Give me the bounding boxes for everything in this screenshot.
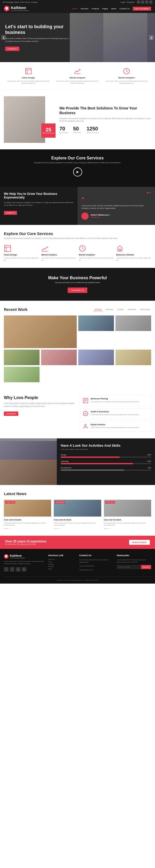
- stat-awards-label: Awards Win: [73, 132, 81, 133]
- stat-expert-skills: 70 Expert Skills: [60, 126, 68, 133]
- stat-expert-num: 70: [60, 126, 68, 132]
- footer-link-portfolio[interactable]: Portfolio: [48, 566, 75, 567]
- nav-home[interactable]: Home: [72, 7, 77, 10]
- work-item-8[interactable]: [4, 367, 40, 382]
- filter-illustration[interactable]: Illustration: [127, 308, 137, 311]
- work-item-2[interactable]: [78, 315, 114, 331]
- news-meta-3: Admin 5: [104, 528, 151, 529]
- footer-link-services[interactable]: Services: [48, 563, 75, 565]
- footer-bottom: Kathleen © 2015 All Right Reserved | Des…: [4, 580, 151, 581]
- footer-twitter-btn[interactable]: t: [10, 567, 14, 572]
- footer-logo-sub: For The Business Solution: [10, 557, 25, 559]
- dot-2[interactable]: [150, 192, 151, 193]
- skill-marketing-label: Marketing: [61, 460, 69, 462]
- nav-projects[interactable]: Projects: [92, 7, 99, 10]
- twitter-icon-top[interactable]: [141, 1, 144, 4]
- reviewer-stars: ★★★★★: [91, 216, 110, 218]
- consultation-button[interactable]: Free Consultation: [133, 7, 151, 10]
- news-author-1: Admin: [4, 528, 8, 529]
- service-business-icon: [116, 245, 123, 252]
- services-dark-subtitle: Exceptional sint occaecat cupidatat non …: [4, 162, 151, 163]
- nav-services[interactable]: Services: [81, 7, 89, 10]
- filter-webdesign[interactable]: Web Design: [139, 308, 151, 311]
- skills-image: [0, 438, 57, 485]
- footer-social-row: f t g in: [4, 567, 44, 572]
- service-clean-design: Clean Design Lorem ipsum dolor sit amet …: [4, 245, 39, 261]
- news-img-1: JUNE 2015: [4, 500, 51, 517]
- get-started-button[interactable]: Get Started: [4, 411, 18, 416]
- skill-development: Development 70%: [61, 467, 151, 471]
- topbar-address: 39 Strategy Tower, Port Street, Empire: [3, 1, 38, 3]
- svg-point-16: [84, 425, 86, 427]
- work-grid: [4, 315, 151, 382]
- copyright-text: Kathleen © 2015 All Right Reserved: [57, 580, 82, 581]
- news-meta-1: Admin 5: [4, 528, 51, 529]
- service-analytics-icon: [79, 245, 86, 252]
- request-quote-button[interactable]: Request A Quote: [129, 540, 150, 545]
- topbar-login[interactable]: Login / Register: [120, 1, 135, 3]
- footer-email: info@Kathleen.com: [79, 569, 113, 571]
- nav-news[interactable]: News: [111, 7, 116, 10]
- play-button[interactable]: ▶: [73, 167, 82, 177]
- filter-creative[interactable]: Creative: [116, 308, 125, 311]
- hero-next-arrow[interactable]: ❯: [149, 35, 154, 40]
- footer-about-text: Lorem ipsum dolor sit amet consectetur a…: [4, 560, 44, 565]
- skill-marketing-pct: 80%: [148, 460, 151, 462]
- why-love-desc: Lorem ipsum dolor sit amet consectetur a…: [4, 402, 75, 408]
- market-analytics-icon: [123, 67, 130, 75]
- footer-facebook-btn[interactable]: f: [4, 567, 8, 572]
- cta-subtitle: we will ensure you always get the best.: [5, 543, 46, 545]
- logo-name: Kathleen: [11, 6, 26, 10]
- recent-work-section: Recent Work All Work Branding Creative I…: [0, 301, 155, 389]
- why-item-audit-desc: Lorem ipsum dolor sit amet consectetur a…: [91, 413, 139, 415]
- footer-link-about[interactable]: About Us: [48, 559, 75, 560]
- newsletter-email-input[interactable]: [117, 565, 141, 569]
- footer-link-blog[interactable]: Blog: [48, 568, 75, 569]
- hero-prev-arrow[interactable]: ❮: [1, 35, 6, 40]
- grow-contact-button[interactable]: Contact Us: [4, 211, 17, 215]
- filter-all[interactable]: All Work: [94, 308, 103, 311]
- filter-branding[interactable]: Branding: [105, 308, 114, 311]
- service-market-analysis: Market Analysis Lorem ipsum dolor sit am…: [41, 245, 76, 261]
- footer-contact-col: Contact Us Lorem ipsum dolor sit 44 amet…: [79, 554, 113, 573]
- footer-linkedin-btn[interactable]: in: [22, 567, 26, 572]
- work-item-5[interactable]: [41, 350, 77, 365]
- newsletter-subscribe-button[interactable]: Subscribe: [141, 565, 151, 569]
- stat-customers-num: 1250: [86, 126, 99, 132]
- footer-link-team[interactable]: Team: [48, 561, 75, 563]
- service-analytics-title: Market Analytics: [79, 254, 114, 256]
- nav-contact[interactable]: Contact Us: [119, 7, 130, 10]
- banner-title: Make Your Business Powerful: [4, 276, 151, 280]
- latest-news-title: Latest News: [4, 492, 151, 496]
- feature-clean-desc: Lorem ipsum dolor sit amet consectetur a…: [6, 80, 51, 84]
- recent-work-title: Recent Work: [4, 307, 27, 312]
- work-item-6[interactable]: [78, 350, 114, 365]
- stats-row: 70 Expert Skills 50 Awards Win 1250 Happ…: [60, 126, 151, 133]
- news-comments-1: 5: [10, 528, 11, 529]
- nav-pages[interactable]: Pages: [102, 7, 108, 10]
- work-item-7[interactable]: [115, 350, 151, 365]
- footer-google-btn[interactable]: g: [16, 567, 21, 572]
- work-item-4[interactable]: [4, 350, 40, 365]
- footer-about-col: Kathleen For The Business Solution Lorem…: [4, 554, 44, 573]
- years-label: Years Experience: [42, 132, 54, 134]
- about-image-wrapper: 25 Years Experience: [4, 96, 55, 143]
- work-item-3[interactable]: [115, 315, 151, 331]
- footer-newsletter-col: NewsLetter Lorem ipsum dolor sit 44 amet…: [117, 554, 151, 573]
- google-icon-top[interactable]: [145, 1, 148, 4]
- news-title-2: Cras sed sit amet.: [54, 519, 101, 521]
- news-comments-2: 5: [60, 528, 61, 529]
- about-title: We Provide The Best Solutions To Grow Yo…: [60, 106, 151, 115]
- download-button[interactable]: Download Us: [68, 287, 87, 293]
- logo-sub: For The Business Solution: [11, 10, 29, 11]
- skill-design-pct: 65%: [148, 454, 151, 456]
- hero-cta-button[interactable]: Contact Us: [5, 46, 20, 51]
- dot-1[interactable]: [147, 192, 149, 193]
- banner-section: Make Your Business Powerful Get your bes…: [0, 268, 155, 301]
- feature-clean-title: Clean Design: [6, 76, 51, 79]
- why-item-export-desc: Lorem ipsum dolor sit amet consectetur a…: [91, 427, 139, 429]
- linkedin-icon-top[interactable]: [149, 1, 152, 4]
- core-services-section: Explore Our Core Services Excepteur sint…: [0, 225, 155, 268]
- work-item-1[interactable]: [4, 315, 77, 348]
- facebook-icon-top[interactable]: [137, 1, 140, 4]
